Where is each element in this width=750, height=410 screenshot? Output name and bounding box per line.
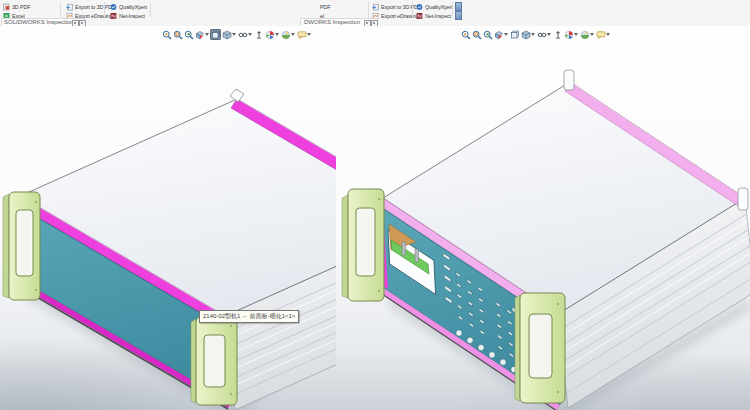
dropdown-caret-icon[interactable] — [531, 33, 535, 36]
front-panel-round-hole — [489, 352, 495, 358]
drawing-view-icon[interactable] — [210, 29, 221, 40]
qualityxpert-icon — [416, 3, 423, 11]
zoom-area-icon[interactable] — [172, 29, 183, 40]
toolbar-button-net-inspect[interactable]: Net-Inspect — [416, 12, 451, 20]
solidworks-app-window: 3D PDFExport to 3D PDFQualityXpertExcelE… — [0, 0, 750, 410]
move-view-icon[interactable] — [552, 29, 563, 40]
clipped-button-icon[interactable] — [455, 2, 462, 11]
toolbar-button-qualityxpert[interactable]: QualityXpert — [416, 3, 453, 11]
export-3dpdf-icon — [372, 3, 379, 11]
right-model — [342, 70, 750, 410]
clipped-button-icon[interactable] — [455, 11, 462, 20]
toolbar-separator — [368, 2, 369, 17]
section-view-icon[interactable] — [194, 29, 205, 40]
front-panel-round-hole — [467, 337, 473, 343]
toolbar-button-qualityxpert[interactable]: QualityXpert — [110, 3, 147, 11]
display-style-icon[interactable] — [520, 29, 531, 40]
front-panel-round-hole — [500, 359, 506, 365]
dropdown-caret-icon[interactable] — [307, 33, 311, 36]
toolbar-button-export-to-3d-pdf[interactable]: Export to 3D PDF — [372, 3, 421, 11]
previous-view-icon[interactable] — [482, 29, 493, 40]
command-manager-toolbar: 3D PDFExport to 3D PDFQualityXpertExcelE… — [0, 0, 750, 27]
net-inspect-icon — [110, 12, 117, 20]
graphics-viewport[interactable] — [0, 26, 750, 410]
headsup-view-toolbar-left — [159, 28, 314, 41]
front-panel-round-hole — [478, 345, 484, 351]
net-inspect-icon — [416, 12, 423, 20]
toolbar-button-net-inspect[interactable]: Net-Inspect — [110, 12, 145, 20]
dropdown-caret-icon[interactable] — [248, 33, 252, 36]
toolbar-separator — [60, 2, 61, 17]
dropdown-caret-icon[interactable] — [574, 33, 578, 36]
pdf-3d-icon — [3, 3, 10, 11]
apply-scene-icon[interactable] — [280, 29, 291, 40]
edit-appearance-icon[interactable] — [563, 29, 574, 40]
dropdown-caret-icon[interactable] — [547, 33, 551, 36]
component-tooltip: 2140-02型机1 ← 前面板-细化1<1> — [199, 310, 299, 323]
toolbar-separator — [452, 2, 453, 17]
dropdown-caret-icon[interactable] — [275, 33, 279, 36]
headsup-view-toolbar-right — [458, 28, 613, 41]
dropdown-caret-icon[interactable] — [590, 33, 594, 36]
dropdown-caret-icon[interactable] — [232, 33, 236, 36]
section-view-icon[interactable] — [493, 29, 504, 40]
display-style-icon[interactable] — [221, 29, 232, 40]
toolbar-separator — [150, 2, 151, 17]
front-panel-round-hole — [456, 330, 462, 336]
edit-appearance-icon[interactable] — [264, 29, 275, 40]
hide-show-items-icon[interactable] — [536, 29, 547, 40]
qualityxpert-icon — [110, 3, 117, 11]
move-view-icon[interactable] — [253, 29, 264, 40]
toolbar-separator — [412, 2, 413, 17]
toolbar-button-3d-pdf[interactable]: 3D PDF — [3, 3, 30, 11]
zoom-fit-icon[interactable] — [460, 29, 471, 40]
dropdown-caret-icon[interactable] — [291, 33, 295, 36]
previous-view-icon[interactable] — [183, 29, 194, 40]
tab-solidworks-inspection-clipped[interactable]: DWORKS Inspection — [304, 19, 360, 25]
export-3dpdf-icon — [66, 3, 73, 11]
tab-solidworks-inspection[interactable]: SOLIDWORKS Inspection — [4, 19, 74, 25]
drawing-view-icon[interactable] — [509, 29, 520, 40]
zoom-fit-icon[interactable] — [161, 29, 172, 40]
model-canvas[interactable] — [0, 26, 750, 410]
toolbar-separator — [104, 2, 105, 17]
view-annotations-icon[interactable] — [296, 29, 307, 40]
dropdown-caret-icon[interactable] — [205, 33, 209, 36]
toolbar-button-export-to-3d-pdf[interactable]: Export to 3D PDF — [66, 3, 115, 11]
hide-show-items-icon[interactable] — [237, 29, 248, 40]
zoom-area-icon[interactable] — [471, 29, 482, 40]
dropdown-caret-icon[interactable] — [504, 33, 508, 36]
dropdown-caret-icon[interactable] — [606, 33, 610, 36]
toolbar-button-pdf[interactable]: PDF — [320, 3, 330, 11]
view-annotations-icon[interactable] — [595, 29, 606, 40]
apply-scene-icon[interactable] — [579, 29, 590, 40]
